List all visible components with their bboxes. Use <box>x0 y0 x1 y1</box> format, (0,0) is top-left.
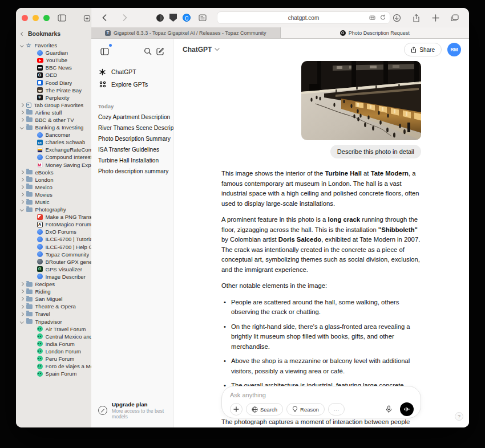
bookmark-row[interactable]: Food Diary <box>16 79 91 86</box>
upgrade-plan-button[interactable]: Upgrade plan More access to the best mod… <box>91 398 173 423</box>
disclosure-chevron-icon[interactable] <box>20 178 23 181</box>
bookmark-row[interactable]: eBooks <box>16 169 91 176</box>
bookmark-row[interactable]: ExchangeRateComp | Visa <box>16 146 91 153</box>
bookmark-row[interactable]: San Miguel <box>16 295 91 303</box>
share-button[interactable]: Share <box>404 43 442 56</box>
help-button[interactable]: ? <box>455 412 463 421</box>
bookmark-row[interactable]: Peru Forum <box>16 355 91 363</box>
bookmark-row[interactable]: ILCE-6700 | Help Guide |... <box>16 243 91 251</box>
disclosure-chevron-icon[interactable] <box>20 170 23 174</box>
bookmark-row[interactable]: GPS Visualizer <box>16 266 91 273</box>
forward-icon[interactable] <box>119 11 131 24</box>
disclosure-chevron-icon[interactable] <box>20 320 23 323</box>
bookmark-row[interactable]: BBC News <box>16 64 91 71</box>
sidebar-item-explore-gpts[interactable]: Explore GPTs <box>91 78 173 91</box>
disclosure-chevron-icon[interactable] <box>20 193 23 196</box>
tab-photo-description-request[interactable]: Photo Description Request <box>281 27 470 38</box>
bookmark-row[interactable]: Guardian <box>16 49 91 56</box>
bookmark-row[interactable]: Theatre & Opera <box>16 303 91 310</box>
chat-history-item[interactable]: Photo Description Summary <box>91 133 173 144</box>
bookmark-row[interactable]: Movies <box>16 191 91 198</box>
disclosure-chevron-icon[interactable] <box>20 43 23 47</box>
composer-input[interactable]: Ask anything <box>230 392 414 398</box>
disclosure-chevron-icon[interactable] <box>20 312 23 316</box>
sidebar-back-icon[interactable] <box>21 31 25 35</box>
bookmark-row[interactable]: London Forum <box>16 348 91 355</box>
chat-history-item[interactable]: Cozy Apartment Description <box>91 112 173 123</box>
bookmark-row[interactable]: Image Describer <box>16 273 91 280</box>
disclosure-chevron-icon[interactable] <box>20 207 23 211</box>
reason-tool-button[interactable]: Reason <box>286 403 325 416</box>
disclosure-chevron-icon[interactable] <box>20 290 23 293</box>
reload-icon[interactable] <box>380 13 386 23</box>
bookmark-row[interactable]: Central Mexico and Gulf C... <box>16 333 91 340</box>
bookmark-row[interactable]: Travel <box>16 310 91 317</box>
disclosure-chevron-icon[interactable] <box>20 200 23 203</box>
password-manager-extension-icon[interactable] <box>183 14 191 22</box>
bookmark-row[interactable]: FotoMagico Forum <box>16 221 91 228</box>
bookmark-row[interactable]: Spain Forum <box>16 370 91 377</box>
bookmark-row[interactable]: ILCE-6700 | Tutorials | SO... <box>16 235 91 243</box>
chat-history-item[interactable]: River Thames Scene Description <box>91 123 173 133</box>
bookmark-row[interactable]: Topaz Community <box>16 251 91 258</box>
dictate-mic-icon[interactable] <box>386 405 392 413</box>
new-chat-icon[interactable] <box>154 45 167 58</box>
bookmark-row[interactable]: Money Saving Expert <box>16 161 91 169</box>
disclosure-chevron-icon[interactable] <box>20 305 23 308</box>
minimize-window-button[interactable] <box>33 15 39 21</box>
bookmark-row[interactable]: Music <box>16 198 91 206</box>
bookmark-row[interactable]: Riding <box>16 288 91 295</box>
dark-reader-extension-icon[interactable] <box>156 14 164 22</box>
sidebar-item-chatgpt[interactable]: ChatGPT <box>91 66 173 78</box>
bookmark-row[interactable]: Airline stuff <box>16 109 91 116</box>
attach-plus-button[interactable] <box>230 403 242 416</box>
bookmark-row[interactable]: Perplexity <box>16 94 91 101</box>
bookmark-row[interactable]: Photography <box>16 206 91 213</box>
close-window-button[interactable] <box>22 15 28 21</box>
tab-gigapixel[interactable]: T Gigapixel 8.3.3 - Topaz Gigapixel AI /… <box>91 27 281 38</box>
bookmark-row[interactable]: Make a PNG Transparent... <box>16 213 91 221</box>
bookmark-row[interactable]: Charles Schwab <box>16 139 91 146</box>
website-settings-icon[interactable] <box>369 13 375 23</box>
disclosure-chevron-icon[interactable] <box>20 185 23 189</box>
bookmark-row[interactable]: BRouter GPX generator <box>16 258 91 266</box>
search-tool-button[interactable]: Search <box>246 403 283 416</box>
disclosure-chevron-icon[interactable] <box>20 111 23 114</box>
disclosure-chevron-icon[interactable] <box>20 282 23 286</box>
more-tools-button[interactable]: ··· <box>328 403 345 416</box>
toggle-sidebar-icon[interactable] <box>55 11 68 24</box>
bookmark-row[interactable]: Foro de viajes a México C... <box>16 363 91 370</box>
disclosure-chevron-icon[interactable] <box>20 103 23 107</box>
bookmark-row[interactable]: India Forum <box>16 340 91 348</box>
new-tab-icon[interactable] <box>429 11 442 24</box>
search-chats-icon[interactable] <box>142 45 154 58</box>
bookmark-row[interactable]: Compound Interest Calcul... <box>16 153 91 161</box>
chat-history-item[interactable]: Turbine Hall Installation <box>91 155 173 166</box>
bookmark-row[interactable]: Bancomer <box>16 131 91 139</box>
tab-overview-icon[interactable] <box>448 11 461 24</box>
back-icon[interactable] <box>98 11 111 24</box>
bookmark-row[interactable]: Favorites <box>16 42 91 49</box>
bookmark-row[interactable]: Air Travel Forum <box>16 325 91 333</box>
close-sidebar-icon[interactable] <box>98 45 111 58</box>
disclosure-chevron-icon[interactable] <box>20 118 23 121</box>
downloads-icon[interactable] <box>390 11 403 24</box>
bookmark-row[interactable]: Banking & Investing <box>16 124 91 131</box>
disclosure-chevron-icon[interactable] <box>20 298 23 301</box>
adblock-shield-extension-icon[interactable] <box>169 14 177 22</box>
bookmark-row[interactable]: BBC & other TV <box>16 116 91 124</box>
bookmark-row[interactable]: Tab Group Favorites <box>16 101 91 109</box>
bookmark-row[interactable]: DxO Forums <box>16 228 91 235</box>
reader-view-icon[interactable] <box>196 11 209 24</box>
bookmark-row[interactable]: YouTube <box>16 56 91 64</box>
bookmark-row[interactable]: London <box>16 176 91 184</box>
model-selector[interactable]: ChatGPT <box>183 46 220 54</box>
attachment-image-turbine-hall[interactable] <box>301 61 421 140</box>
new-tab-group-icon[interactable] <box>80 11 93 24</box>
chat-history-item[interactable]: Photo description summary <box>91 166 173 177</box>
bookmark-row[interactable]: The Pirate Bay <box>16 87 91 94</box>
bookmark-row[interactable]: Tripadvisor <box>16 317 91 325</box>
voice-mode-button[interactable] <box>400 402 414 416</box>
bookmark-row[interactable]: OED <box>16 71 91 79</box>
bookmark-row[interactable]: Mexico <box>16 184 91 191</box>
